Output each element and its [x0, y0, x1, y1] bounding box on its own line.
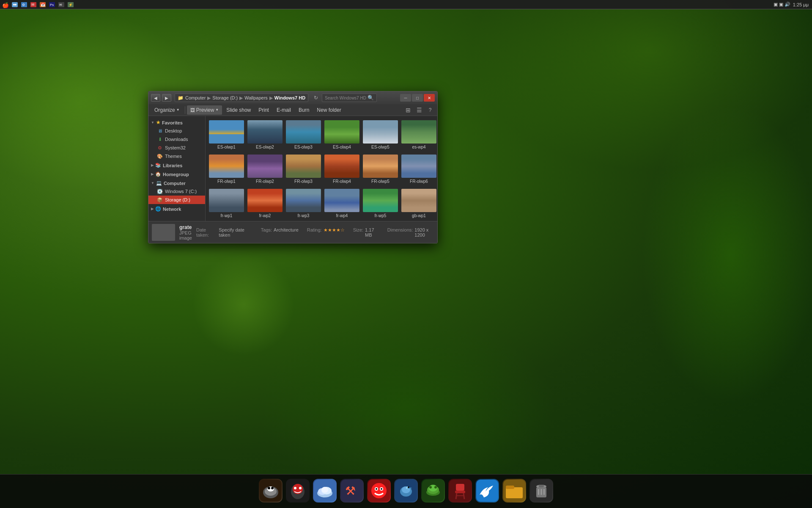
app-icon-4[interactable]: ✉ [30, 1, 37, 8]
refresh-button[interactable]: ↻ [312, 94, 320, 102]
file-thumb-fr-wp2 [247, 189, 283, 212]
dock-trash[interactable] [529, 479, 553, 502]
file-name-fr-olwp1: FR-olwp1 [217, 179, 236, 184]
date-value: Specify date taken [219, 227, 252, 237]
status-tags: Tags: Architecture [261, 227, 299, 237]
file-item-fr-wp4[interactable]: fr-wp4 [324, 187, 360, 220]
system-prefs-icon[interactable]: ⚙ [20, 1, 28, 8]
app-icon-8[interactable]: ⚡ [67, 1, 74, 8]
dock-cloud[interactable] [313, 479, 337, 502]
file-item-fr-olwp5[interactable]: FR-olwp5 [362, 153, 399, 185]
file-name-fr-olwp5: FR-olwp5 [371, 179, 390, 184]
app-icon-7[interactable]: ✉ [58, 1, 65, 8]
file-thumb-fr-olwp1 [209, 155, 244, 178]
file-item-es-olwp3[interactable]: ES-olwp3 [285, 119, 322, 151]
dock-tools[interactable]: ⚒ [340, 479, 364, 502]
breadcrumb-computer[interactable]: Computer [185, 95, 206, 100]
file-item-fr-olwp6[interactable]: FR-olwp6 [401, 153, 437, 185]
drive-d-icon: 📦 [157, 197, 163, 203]
apple-menu-icon[interactable]: 🍎 [2, 1, 9, 8]
sidebar-computer-header[interactable]: ▼ 💻 Computer [148, 179, 205, 187]
sidebar-network-header[interactable]: ▶ 🌐 Network [148, 205, 205, 213]
sidebar-item-desktop[interactable]: 🖥 Desktop [148, 127, 205, 135]
sidebar-favorites-header[interactable]: ▼ ★ Favorites [148, 119, 205, 127]
address-bar[interactable]: 📁 Computer ▶ Storage (D:) ▶ Wallpapers ▶… [175, 94, 308, 102]
dock-game[interactable] [421, 479, 445, 502]
file-item-es-olwp5[interactable]: ES-olwp5 [362, 119, 399, 151]
file-grid-container[interactable]: ES-olwp1 ES-olwp2 ES-olwp3 ES-olwp4 ES-o… [206, 116, 437, 221]
dock-rage[interactable] [367, 479, 391, 502]
file-item-es-wp4[interactable]: es-wp4 [401, 119, 437, 151]
file-item-fr-wp1[interactable]: fr-wp1 [208, 187, 245, 220]
file-explorer-window: ◀ ▶ 📁 Computer ▶ Storage (D:) ▶ Wallpape… [148, 91, 438, 243]
new-folder-button[interactable]: New folder [313, 105, 344, 115]
file-item-es-olwp4[interactable]: ES-olwp4 [324, 119, 360, 151]
breadcrumb-storage[interactable]: Storage (D:) [212, 95, 238, 100]
forward-button[interactable]: ▶ [162, 94, 171, 102]
file-item-fr-olwp4[interactable]: FR-olwp4 [324, 153, 360, 185]
file-item-es-olwp1[interactable]: ES-olwp1 [208, 119, 245, 151]
svg-point-35 [371, 483, 387, 498]
taskbar-top-right: ▣ ▣ 🔊 1:25 μμ [774, 2, 812, 7]
file-item-es-olwp2[interactable]: ES-olwp2 [247, 119, 283, 151]
computer-expand-icon: ▼ [151, 181, 154, 185]
organize-button[interactable]: Organize ▼ [151, 105, 183, 115]
title-bar-left: ◀ ▶ 📁 Computer ▶ Storage (D:) ▶ Wallpape… [151, 94, 377, 102]
sidebar-homegroup-header[interactable]: ▶ 🏠 Homegroup [148, 170, 205, 178]
computer-icon: 💻 [156, 180, 162, 186]
file-item-fr-wp5[interactable]: fr-wp5 [362, 187, 399, 220]
svg-point-38 [376, 488, 377, 490]
search-bar[interactable]: Search Windows7 HD 🔍 [322, 94, 377, 102]
dock-folder[interactable] [502, 479, 526, 502]
preview-arrow: ▼ [215, 108, 219, 112]
status-rating: Rating: ★★★★☆ [307, 227, 345, 237]
dock-momo[interactable] [286, 479, 310, 502]
close-button[interactable]: ✕ [424, 94, 435, 102]
app-icon-6[interactable]: Ps [48, 1, 56, 8]
sidebar-libraries-header[interactable]: ▶ 📚 Libraries [148, 161, 205, 169]
sidebar-item-downloads[interactable]: ⬇ Downloads [148, 135, 205, 144]
file-item-fr-wp3[interactable]: fr-wp3 [285, 187, 322, 220]
sidebar-item-system32[interactable]: ⚙ System32 [148, 144, 205, 152]
sidebar-item-windows-c[interactable]: 💽 Windows 7 (C:) [148, 187, 205, 196]
print-label: Print [258, 107, 269, 113]
back-button[interactable]: ◀ [151, 94, 160, 102]
file-item-fr-olwp1[interactable]: FR-olwp1 [208, 153, 245, 185]
file-item-fr-olwp2[interactable]: FR-olwp2 [247, 153, 283, 185]
folder-icon: 📁 [178, 95, 184, 101]
finder-icon[interactable] [11, 1, 19, 8]
svg-text:⚙: ⚙ [22, 3, 25, 7]
maximize-button[interactable]: □ [412, 94, 423, 102]
status-info: grate JPEG image [179, 224, 192, 240]
search-icon[interactable]: 🔍 [368, 95, 374, 101]
minimize-button[interactable]: ─ [400, 94, 411, 102]
dock-bird[interactable] [394, 479, 418, 502]
sidebar-item-storage-d[interactable]: 📦 Storage (D:) [148, 196, 205, 204]
clock: 1:25 μμ [793, 2, 809, 7]
dock-chair[interactable] [448, 479, 472, 502]
list-view-button[interactable]: ☰ [414, 105, 424, 115]
file-name-es-olwp4: ES-olwp4 [333, 145, 351, 149]
email-button[interactable]: E-mail [273, 105, 294, 115]
grid-view-button[interactable]: ⊞ [403, 105, 413, 115]
file-item-fr-olwp3[interactable]: FR-olwp3 [285, 153, 322, 185]
breadcrumb-wallpapers[interactable]: Wallpapers [244, 95, 268, 100]
app-icon-5[interactable]: 📅 [39, 1, 47, 8]
homegroup-expand-icon: ▶ [151, 172, 154, 176]
dock-twitter[interactable] [475, 479, 499, 502]
rating-label: Rating: [307, 227, 322, 237]
slideshow-button[interactable]: Slide show [223, 105, 254, 115]
search-placeholder: Search Windows7 HD [325, 96, 366, 100]
print-button[interactable]: Print [255, 105, 272, 115]
file-item-gb-wp1[interactable]: gb-wp1 [401, 187, 437, 220]
status-size: Size: 1.17 MB [353, 227, 379, 237]
sidebar-item-themes[interactable]: 🎨 Themes [148, 152, 205, 160]
rating-stars: ★★★★☆ [324, 227, 345, 237]
file-item-fr-wp2[interactable]: fr-wp2 [247, 187, 283, 220]
size-label: Size: [353, 227, 363, 237]
burn-button[interactable]: Burn [295, 105, 313, 115]
help-button[interactable]: ? [425, 105, 435, 115]
dock-badger[interactable] [259, 479, 283, 502]
file-thumb-fr-wp1 [209, 189, 244, 212]
preview-button[interactable]: 🖼 Preview ▼ [187, 105, 222, 115]
